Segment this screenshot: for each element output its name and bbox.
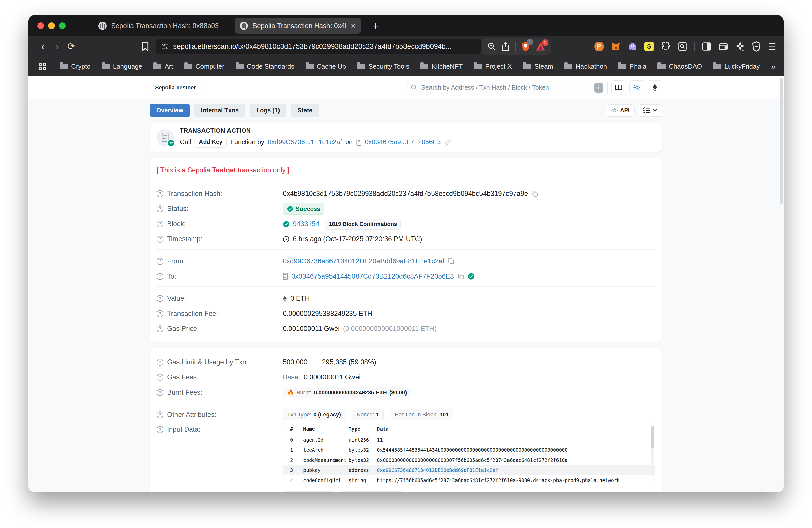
reload-button[interactable]: ⟳ — [64, 42, 78, 51]
clock-icon — [283, 236, 289, 243]
tab-active[interactable]: Sepolia Transaction Hash: 0x4b9 ✕ — [235, 18, 361, 33]
page-search-extension-icon[interactable] — [678, 42, 687, 51]
copy-icon[interactable] — [532, 190, 538, 197]
sidebar-toggle-icon[interactable] — [702, 42, 711, 51]
bookmark-this-page-icon[interactable] — [141, 42, 149, 51]
bookmark-folder-chaosdao[interactable]: ChaosDAO — [657, 63, 702, 71]
help-icon[interactable]: ? — [157, 411, 163, 418]
copy-icon[interactable] — [458, 273, 464, 280]
bookmark-folder-phala[interactable]: Phala — [618, 63, 647, 71]
input-data-table[interactable]: # Name Type Data 0agentIduint25611 1teeA… — [283, 423, 655, 485]
search-input[interactable] — [421, 84, 591, 91]
wallet-icon[interactable] — [719, 42, 728, 51]
help-icon[interactable]: ? — [157, 325, 163, 332]
back-button[interactable]: ‹ — [36, 41, 50, 52]
bookmark-folder-cache-up[interactable]: Cache Up — [305, 63, 346, 71]
metamask-extension-icon[interactable] — [611, 42, 621, 51]
bookmark-label: Computer — [196, 63, 224, 71]
bookmark-folder-computer[interactable]: Computer — [184, 63, 224, 71]
forward-button[interactable]: › — [50, 41, 64, 52]
page-scrollbar[interactable] — [780, 78, 783, 204]
tab-state[interactable]: State — [291, 103, 319, 117]
search-box[interactable]: / — [406, 80, 608, 95]
url-bar[interactable]: sepolia.etherscan.io/tx/0x4b9810c3d1753b… — [156, 39, 481, 54]
bookmark-folder-steam[interactable]: Steam — [523, 63, 553, 71]
phantom-extension-icon[interactable] — [628, 42, 637, 51]
bookmark-folder-language[interactable]: Language — [102, 63, 142, 71]
switch-back-button[interactable]: ↺ Switch Back — [283, 491, 336, 492]
new-tab-button[interactable]: + — [372, 20, 379, 32]
bookmark-folder-security-tools[interactable]: Security Tools — [357, 63, 409, 71]
block-number-link[interactable]: 9433154 — [293, 220, 319, 228]
maximize-window-button[interactable] — [59, 23, 66, 29]
add-key-method-button[interactable]: Add Key — [195, 137, 227, 147]
zoom-out-icon[interactable] — [487, 42, 496, 51]
share-icon[interactable] — [502, 42, 509, 51]
help-icon[interactable]: ? — [157, 220, 163, 227]
browser-toolbar: ‹ › ⟳ sepolia.etherscan.io/tx/0x4b9810c3… — [28, 37, 784, 57]
api-button[interactable]: </>API — [606, 104, 635, 117]
brave-shield-icon[interactable]: 1 — [521, 41, 530, 52]
help-icon[interactable]: ? — [157, 310, 163, 317]
from-address-link[interactable]: 0xd99C6736...1E1e1c2af — [268, 138, 342, 146]
tab-overview[interactable]: Overview — [150, 103, 190, 117]
table-row: 2codeMeasurementbytes320x000000000000000… — [283, 455, 655, 465]
theme-button[interactable] — [629, 80, 644, 95]
help-icon[interactable]: ? — [157, 295, 163, 302]
bookmark-folder-crypto[interactable]: Crypto — [60, 63, 91, 71]
bookmark-folder-kitchenft[interactable]: KitcheNFT — [420, 63, 463, 71]
row-label: To: — [167, 273, 176, 281]
tab-internal-txns[interactable]: Internal Txns — [194, 103, 245, 117]
help-icon[interactable]: ? — [157, 426, 163, 433]
help-icon[interactable]: ? — [157, 190, 163, 197]
folder-icon — [305, 64, 314, 70]
help-icon[interactable]: ? — [157, 374, 163, 381]
menu-icon[interactable]: ☰ — [768, 41, 776, 52]
contract-avatar: </> — [157, 129, 174, 146]
tab-inactive[interactable]: Sepolia Transaction Hash: 0x88a03 — [99, 22, 220, 30]
close-window-button[interactable] — [38, 23, 44, 29]
extensions-puzzle-icon[interactable] — [661, 42, 671, 51]
to-contract-link[interactable]: 0x034675a9...F7F2056E3 — [365, 138, 441, 146]
view-in-decoder-button[interactable]: View In Decoder — [339, 491, 404, 492]
close-tab-icon[interactable]: ✕ — [350, 22, 356, 30]
help-icon[interactable]: ? — [157, 359, 163, 366]
bookmark-folder-project-x[interactable]: Project X — [474, 63, 512, 71]
edit-pencil-icon[interactable] — [444, 139, 451, 146]
folder-icon — [60, 64, 68, 70]
transaction-hash-value: 0x4b9810c3d1753b79c029938add20c237a4fd7b… — [283, 190, 528, 198]
bookmark-folder-code-standards[interactable]: Code Standards — [235, 63, 294, 71]
display-options-button[interactable] — [638, 104, 662, 117]
help-icon[interactable]: ? — [157, 258, 163, 265]
folder-icon — [235, 64, 244, 70]
bookmark-folder-luckyfriday[interactable]: LuckyFriday — [713, 63, 760, 71]
brave-rewards-icon[interactable]: 1 — [536, 42, 546, 51]
leo-ai-icon[interactable] — [735, 42, 745, 51]
row-to: ?To: 0x034675a9541445087Cd73B2120d6c8AF7… — [157, 269, 655, 284]
help-icon[interactable]: ? — [157, 273, 163, 280]
help-icon[interactable]: ? — [157, 205, 163, 212]
to-contract-link[interactable]: 0x034675a9541445087Cd73B2120d6c8AF7F2056… — [291, 273, 454, 281]
polkadot-extension-icon[interactable]: P — [594, 42, 604, 51]
substack-extension-icon[interactable]: S — [644, 42, 654, 51]
gas-limit-value: 500,000 — [283, 358, 307, 366]
from-address-link[interactable]: 0xd99C6736e867134012DE20eBdd69aF81E1e1c2… — [283, 257, 444, 265]
help-icon[interactable]: ? — [157, 389, 163, 396]
url-text[interactable]: sepolia.etherscan.io/tx/0x4b9810c3d1753b… — [173, 42, 476, 51]
copy-icon[interactable] — [448, 258, 454, 265]
bookmark-folder-hackathon[interactable]: Hackathon — [564, 63, 607, 71]
bookmarks-overflow-button[interactable]: » — [771, 62, 776, 71]
docs-button[interactable] — [611, 80, 626, 95]
site-settings-icon[interactable] — [161, 43, 169, 50]
vpn-shield-icon[interactable] — [752, 41, 761, 52]
network-switch-button[interactable] — [648, 80, 662, 95]
folder-icon — [474, 64, 482, 70]
pubkey-address-link[interactable]: 0xd99C6736e867134012DE20eBdd69aF81E1e1c2… — [377, 467, 643, 473]
minimize-window-button[interactable] — [48, 23, 55, 29]
apps-grid-icon[interactable] — [39, 63, 46, 70]
table-scrollbar[interactable] — [651, 426, 654, 476]
bookmark-folder-art[interactable]: Art — [153, 63, 173, 71]
tab-logs[interactable]: Logs (1) — [250, 103, 286, 117]
help-icon[interactable]: ? — [157, 236, 163, 243]
network-badge[interactable]: Sepolia Testnet — [150, 81, 201, 94]
